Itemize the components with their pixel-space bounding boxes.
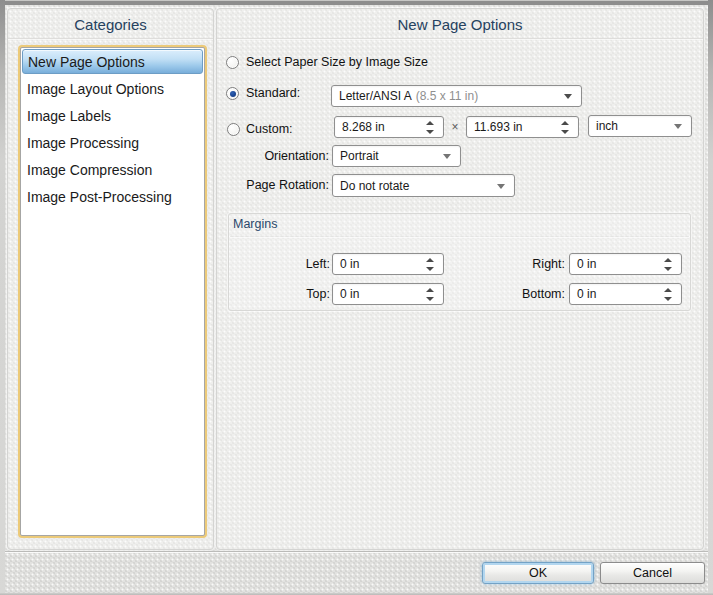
custom-radio-label[interactable]: Custom: — [246, 121, 293, 137]
image-size-radio-label[interactable]: Select Paper Size by Image Size — [246, 54, 428, 70]
orientation-value: Portrait — [340, 149, 379, 163]
standard-radio-label[interactable]: Standard: — [246, 85, 300, 101]
window-frame-top — [0, 0, 713, 5]
margin-top-value: 0 in — [340, 287, 359, 301]
orientation-label: Orientation: — [217, 148, 329, 164]
margin-right-value: 0 in — [577, 257, 596, 271]
custom-width-value: 8.268 in — [342, 120, 385, 134]
times-separator: × — [445, 120, 465, 134]
custom-height-value: 11.693 in — [474, 120, 523, 134]
margins-group-title: Margins — [233, 217, 277, 231]
spinner-arrows-icon[interactable] — [426, 121, 434, 134]
chevron-down-icon — [564, 94, 572, 99]
standard-size-hint: (8.5 x 11 in) — [416, 89, 478, 103]
margin-bottom-value: 0 in — [577, 287, 596, 301]
margins-group-rule — [230, 236, 689, 237]
category-item-new-page-options[interactable]: New Page Options — [22, 49, 203, 74]
standard-size-select[interactable]: Letter/ANSI A (8.5 x 11 in) — [331, 85, 582, 107]
ok-button[interactable]: OK — [482, 562, 594, 584]
chevron-down-icon — [497, 184, 505, 189]
categories-list: New Page Options Image Layout Options Im… — [21, 49, 204, 210]
chevron-down-icon — [674, 124, 682, 129]
margin-top-input[interactable]: 0 in — [332, 283, 444, 305]
window-frame-left — [0, 0, 5, 595]
spinner-arrows-icon[interactable] — [561, 121, 569, 134]
window-frame-right — [708, 0, 713, 595]
options-panel: New Page Options Select Paper Size by Im… — [216, 8, 704, 550]
page-rotation-label: Page Rotation: — [217, 177, 329, 193]
category-item-image-compression[interactable]: Image Compression — [21, 156, 204, 183]
units-select[interactable]: inch — [588, 115, 692, 137]
margin-bottom-input[interactable]: 0 in — [569, 283, 682, 305]
categories-listbox: New Page Options Image Layout Options Im… — [20, 47, 205, 536]
cancel-button[interactable]: Cancel — [600, 562, 705, 584]
new-page-options-dialog: Categories New Page Options Image Layout… — [0, 0, 713, 595]
spinner-arrows-icon[interactable] — [426, 258, 434, 271]
options-header: New Page Options — [217, 9, 703, 39]
chevron-down-icon — [443, 154, 451, 159]
margin-right-label: Right: — [465, 256, 565, 272]
margin-top-label: Top: — [229, 286, 330, 302]
custom-width-input[interactable]: 8.268 in — [334, 116, 444, 138]
custom-radio[interactable] — [227, 123, 240, 136]
spinner-arrows-icon[interactable] — [664, 258, 672, 271]
category-item-image-processing[interactable]: Image Processing — [21, 129, 204, 156]
spinner-arrows-icon[interactable] — [664, 288, 672, 301]
category-item-image-post-processing[interactable]: Image Post-Processing — [21, 183, 204, 210]
standard-radio[interactable] — [226, 87, 239, 100]
spinner-arrows-icon[interactable] — [426, 288, 434, 301]
margin-left-value: 0 in — [340, 257, 359, 271]
image-size-radio[interactable] — [226, 56, 239, 69]
categories-header: Categories — [8, 9, 213, 39]
units-value: inch — [596, 119, 618, 133]
page-rotation-value: Do not rotate — [340, 179, 409, 193]
standard-size-value: Letter/ANSI A — [339, 89, 412, 103]
orientation-select[interactable]: Portrait — [332, 145, 461, 167]
margin-left-label: Left: — [229, 256, 330, 272]
category-item-image-labels[interactable]: Image Labels — [21, 102, 204, 129]
page-rotation-select[interactable]: Do not rotate — [332, 174, 515, 197]
margin-right-input[interactable]: 0 in — [569, 253, 682, 275]
category-item-image-layout-options[interactable]: Image Layout Options — [21, 75, 204, 102]
margins-group: Margins Left: 0 in Right: 0 in Top: 0 in… — [228, 213, 691, 311]
categories-panel: Categories New Page Options Image Layout… — [7, 8, 214, 550]
margin-bottom-label: Bottom: — [465, 286, 565, 302]
margin-left-input[interactable]: 0 in — [332, 253, 444, 275]
custom-height-input[interactable]: 11.693 in — [466, 116, 579, 138]
